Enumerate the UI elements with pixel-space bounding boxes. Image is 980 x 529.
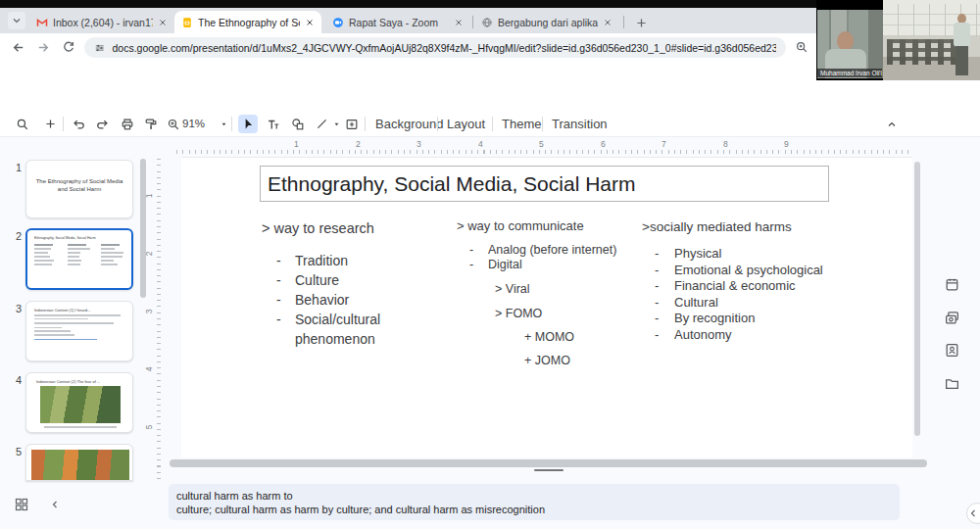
tab-title: Bergabung dari aplikasi Zoom	[498, 17, 598, 28]
shape-tool-button[interactable]	[288, 115, 308, 133]
contacts-icon[interactable]	[944, 342, 961, 360]
ruler-number: 7	[662, 139, 666, 149]
layout-button[interactable]: Layout	[447, 117, 485, 131]
thumbnail-title: The Ethnography of Social Media and Soci…	[26, 161, 132, 193]
image-frame-icon	[345, 118, 359, 131]
text-box-button[interactable]	[264, 115, 283, 133]
undo-button[interactable]	[69, 115, 88, 133]
search-menus-button[interactable]	[13, 115, 32, 133]
thumbnail-content-preview	[34, 314, 124, 340]
collapse-menus-button[interactable]	[882, 115, 902, 133]
paint-format-button[interactable]	[141, 115, 161, 133]
back-arrow-icon	[11, 40, 25, 55]
close-icon[interactable]	[305, 18, 315, 27]
list-item: Physical	[642, 246, 848, 263]
cursor-arrow-icon	[242, 118, 255, 130]
insert-image-button[interactable]	[342, 115, 362, 133]
tab-title: Inbox (2,604) - irvan170b@gm...	[53, 17, 153, 28]
notes-line-2: culture; cultural harm as harm by cultur…	[176, 503, 900, 516]
tab-slides-active[interactable]: The Ethnography of Social Med	[174, 11, 321, 33]
ruler-number: 5	[144, 425, 154, 430]
tab-gmail[interactable]: Inbox (2,604) - irvan170b@gm...	[29, 11, 174, 33]
slide-thumbnail-3[interactable]: Indonesian Context (1) I heard...	[25, 301, 133, 361]
speaker-notes[interactable]: cultural harm as harm to culture; cultur…	[169, 484, 900, 520]
ruler-number: 8	[723, 139, 728, 149]
zoom-video-tile-room[interactable]	[883, 0, 980, 80]
zoom-caret-icon[interactable]	[214, 115, 233, 133]
grid-view-button[interactable]	[14, 497, 29, 512]
address-bar[interactable]: docs.google.com/presentation/d/1uMxs2_4J…	[84, 37, 786, 58]
photos-icon[interactable]	[944, 310, 961, 327]
tab-title: The Ethnography of Social Med	[198, 17, 300, 28]
slide-canvas[interactable]: Ethnography, Social Media, Social Harm >…	[181, 157, 912, 457]
canvas-vertical-scrollbar[interactable]	[914, 162, 920, 436]
slide-column-harms[interactable]: >socially mediated harms Physical Emotio…	[642, 219, 848, 343]
select-tool-button[interactable]	[238, 115, 258, 133]
slide-number: 1	[8, 162, 22, 173]
tab-search-button[interactable]	[8, 12, 25, 29]
filmstrip-scrollbar[interactable]	[140, 159, 146, 298]
vertical-ruler	[157, 159, 161, 482]
close-icon[interactable]	[454, 18, 464, 27]
transition-button[interactable]: Transition	[552, 117, 608, 131]
theme-button[interactable]: Theme	[502, 117, 541, 131]
list-item: Analog (before internet)	[457, 243, 648, 258]
tab-zoom-meeting[interactable]: Rapat Saya - Zoom	[325, 11, 470, 33]
reload-icon	[62, 40, 75, 54]
slide-number: 2	[8, 230, 22, 242]
slide-number: 4	[8, 374, 22, 386]
tab-separator	[472, 16, 473, 28]
slide-number: 5	[8, 446, 22, 457]
collapse-filmstrip-button[interactable]	[49, 499, 61, 510]
slide-column-research[interactable]: > way to research Tradition Culture Beha…	[262, 220, 416, 349]
sub-item: > FOMO	[457, 307, 648, 320]
toolbar-separator	[63, 117, 64, 131]
tab-title: Rapat Saya - Zoom	[349, 17, 449, 28]
back-button[interactable]	[8, 37, 27, 57]
canvas-horizontal-scrollbar[interactable]	[170, 459, 927, 467]
slide-thumbnail-5[interactable]	[25, 444, 133, 481]
column-heading: >socially mediated harms	[642, 219, 848, 234]
thumbnail-photo	[40, 386, 121, 423]
redo-button[interactable]	[93, 115, 113, 133]
column-list: Analog (before internet) Digital	[457, 243, 648, 271]
notes-resize-handle[interactable]	[534, 469, 564, 471]
background-button[interactable]: Background	[375, 117, 443, 131]
close-icon[interactable]	[158, 18, 168, 27]
workspace: 1 2 3 4 5 The Ethnography of Social Medi…	[0, 137, 980, 529]
ruler-number: 1	[294, 139, 299, 149]
slide-thumbnail-2[interactable]: Ethnography, Social Media, Social Harm	[25, 228, 133, 290]
zoom-video-overlay[interactable]: Muhammad Irvan Oli'i	[816, 0, 980, 80]
zoom-magnifier-icon	[795, 40, 808, 54]
new-slide-button[interactable]	[40, 115, 60, 133]
ruler-number: 1	[144, 194, 154, 199]
redo-icon	[96, 118, 110, 131]
tab-zoom-join[interactable]: Bergabung dari aplikasi Zoom	[474, 11, 619, 33]
slide-column-communicate[interactable]: > way to communicate Analog (before inte…	[457, 218, 648, 367]
slide-thumbnail-4[interactable]: Indonesian Context (2) The fear of ...	[25, 372, 133, 433]
zoom-video-tile-self[interactable]: Muhammad Irvan Oli'i	[817, 10, 883, 78]
ruler-number: 2	[144, 252, 154, 257]
slide-thumbnail-1[interactable]: The Ethnography of Social Media and Soci…	[25, 160, 133, 218]
close-icon[interactable]	[603, 18, 612, 27]
zoom-level-select[interactable]: 91%	[182, 118, 205, 129]
forward-button[interactable]	[33, 37, 53, 57]
chevron-left-icon	[967, 507, 979, 519]
reload-button[interactable]	[59, 37, 78, 57]
list-item: Autonomy	[642, 327, 848, 344]
zoom-in-button[interactable]	[164, 115, 183, 133]
print-button[interactable]	[118, 115, 137, 133]
participant-name-label: Muhammad Irvan Oli'i	[817, 69, 882, 77]
standing-person-pants	[956, 46, 968, 75]
list-item: Behavior	[262, 290, 416, 310]
page-zoom-button[interactable]	[792, 37, 811, 57]
tab-separator	[623, 16, 624, 28]
column-heading: > way to communicate	[457, 218, 648, 233]
folder-icon[interactable]	[944, 375, 961, 393]
screen: Inbox (2,604) - irvan170b@gm... The Ethn…	[0, 0, 980, 529]
thumbnail-caption-line	[44, 426, 117, 428]
slide-title-textbox[interactable]: Ethnography, Social Media, Social Harm	[260, 166, 829, 202]
calendar-icon[interactable]	[944, 276, 961, 294]
new-tab-button[interactable]	[632, 14, 650, 31]
ruler-number: 5	[539, 139, 544, 149]
